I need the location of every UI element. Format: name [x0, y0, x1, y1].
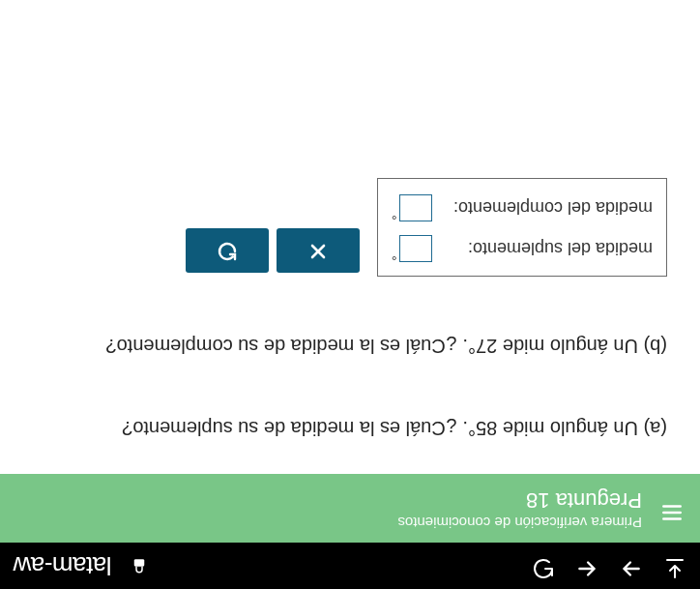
svg-rect-0: [134, 560, 145, 568]
app-header: Primera verificación de conocimientos Pr…: [0, 474, 700, 543]
clear-button[interactable]: [277, 228, 360, 273]
reset-icon: [216, 238, 239, 264]
question-content: (a) Un ángulo mide 85°. ¿Cuál es la medi…: [0, 178, 700, 474]
suplemento-label: medida del suplemento:: [468, 237, 653, 260]
hamburger-icon[interactable]: [659, 496, 685, 525]
question-b: (b) Un ángulo mide 27°. ¿Cuál es la medi…: [27, 333, 667, 359]
degree-symbol: °: [392, 208, 397, 221]
download-icon: [663, 551, 686, 581]
complemento-input[interactable]: [399, 194, 432, 221]
question-a: (a) Un ángulo mide 85°. ¿Cuál es la medi…: [27, 415, 667, 441]
degree-symbol: °: [392, 249, 397, 262]
refresh-icon[interactable]: [532, 551, 555, 581]
complemento-label: medida del complemento:: [453, 196, 653, 220]
reset-button[interactable]: [186, 228, 269, 273]
forward-arrow-icon[interactable]: [619, 550, 644, 582]
header-title: Pregunta 18: [397, 487, 642, 513]
close-icon: [306, 238, 330, 264]
lock-icon: [131, 551, 148, 581]
header-subtitle: Primera verificación de conocimientos: [397, 515, 642, 531]
answer-box: medida del suplemento: ° medida del comp…: [377, 178, 667, 277]
browser-status-bar: latam-aw: [0, 543, 700, 589]
suplemento-input[interactable]: [399, 235, 432, 262]
url-fragment[interactable]: latam-aw: [14, 551, 111, 581]
back-arrow-icon[interactable]: [574, 550, 599, 582]
